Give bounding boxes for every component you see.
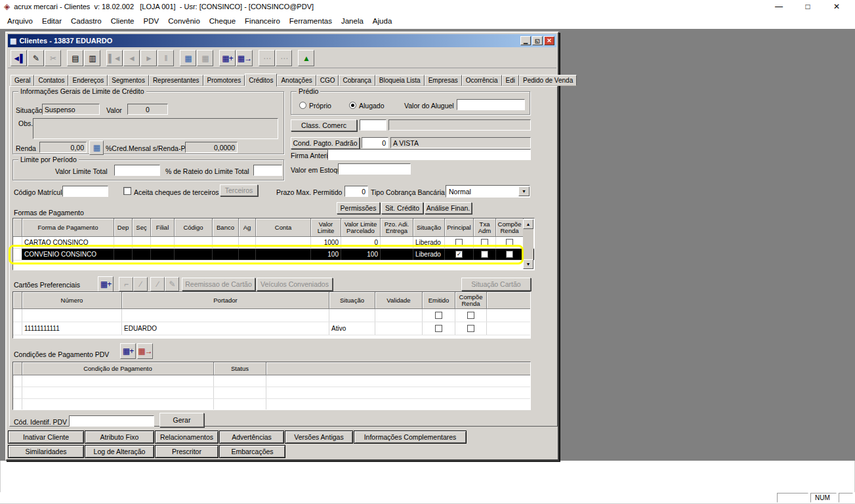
formas-header-pzo-adi-entrega[interactable]: Pzo. Adi. Entrega xyxy=(381,219,413,237)
menu-ajuda[interactable]: Ajuda xyxy=(368,14,396,28)
child-restore-button[interactable]: ◱ xyxy=(532,36,543,45)
cards-tool2-button[interactable]: ∕ xyxy=(133,277,148,291)
formas-header-banco[interactable]: Banco xyxy=(213,219,239,237)
tab-segmentos[interactable]: Segmentos xyxy=(108,75,149,86)
app-titlebar[interactable]: ◈ acrux mercari - Clientes v: 18.02.002 … xyxy=(0,0,855,13)
toolbar-upload-button[interactable]: ▲ xyxy=(298,50,314,66)
condicoes-empty-row[interactable] xyxy=(13,387,530,399)
analise-finan-button[interactable]: Análise Finan. xyxy=(425,202,472,214)
cartoes-header-numero[interactable]: Número xyxy=(22,292,122,309)
formas-header-forma[interactable]: Forma de Pagamento xyxy=(22,219,114,237)
permissoes-button[interactable]: Permissões xyxy=(337,202,380,214)
compoe-renda-checkbox[interactable] xyxy=(467,325,474,332)
class-comerc-desc-field[interactable] xyxy=(388,119,531,131)
tab-geral[interactable]: Geral xyxy=(10,75,34,86)
tab-contatos[interactable]: Contatos xyxy=(34,75,68,86)
principal-checkbox[interactable]: ✓ xyxy=(455,251,463,258)
scroll-up-button[interactable]: ▲ xyxy=(523,219,533,229)
cond-pagto-desc-field[interactable]: A VISTA xyxy=(390,137,531,148)
formas-header-sec[interactable]: Seç xyxy=(133,219,151,237)
menu-cliente[interactable]: Cliente xyxy=(106,14,139,28)
tab-edi[interactable]: Edi xyxy=(502,75,519,86)
menu-arquivo[interactable]: Arquivo xyxy=(3,14,37,28)
cards-tool3-button[interactable]: ∕ xyxy=(150,277,165,291)
tab-enderecos[interactable]: Endereços xyxy=(68,75,108,86)
condicoes-empty-row[interactable] xyxy=(13,399,530,410)
rateio-limite-field[interactable] xyxy=(253,165,282,176)
emitido-checkbox[interactable] xyxy=(435,325,442,332)
reemissao-cartao-button[interactable]: Reemissao de Cartão xyxy=(182,278,255,291)
formas-header-valor-limite[interactable]: Valor Limite xyxy=(311,219,341,237)
toolbar-insert-record-button[interactable]: ▦+ xyxy=(219,50,236,66)
menu-convenio[interactable]: Convênio xyxy=(163,14,205,28)
tab-cobranca[interactable]: Cobrança xyxy=(339,75,375,86)
txa-adm-checkbox[interactable] xyxy=(481,239,488,246)
gerar-button[interactable]: Gerar xyxy=(159,413,204,427)
toolbar-next-record-button[interactable]: ► xyxy=(140,50,157,66)
tab-bloqueia-lista[interactable]: Bloqueia Lista xyxy=(375,75,425,86)
app-minimize-button[interactable]: — xyxy=(764,0,793,13)
prescritor-button[interactable]: Prescritor xyxy=(155,445,219,458)
formas-header-ag[interactable]: Ag xyxy=(239,219,256,237)
menu-ferramentas[interactable]: Ferramentas xyxy=(285,14,337,28)
class-comerc-button[interactable]: Class. Comerc xyxy=(291,119,357,131)
obs-textarea[interactable] xyxy=(33,118,278,139)
codigo-matricula-field[interactable] xyxy=(62,186,108,197)
veiculos-conveniados-button[interactable]: Veículos Conveniados xyxy=(257,278,333,291)
pdv-add-button[interactable]: ▦+ xyxy=(120,343,136,359)
relacionamentos-button[interactable]: Relacionamentos xyxy=(155,430,219,444)
valor-limite-total-field[interactable] xyxy=(114,165,160,176)
cred-mensal-field[interactable]: 0,0000 xyxy=(185,142,238,153)
cond-pagto-button[interactable]: Cond. Pagto. Padrão xyxy=(291,137,360,149)
atributo-fixo-button[interactable]: Atributo Fixo xyxy=(85,430,154,444)
terceiros-button[interactable]: Terceiros xyxy=(220,184,258,196)
formas-header-conta[interactable]: Conta xyxy=(256,219,311,237)
condicoes-header-status[interactable]: Status xyxy=(214,362,266,375)
toolbar-post-record-button[interactable]: ▦→ xyxy=(236,50,253,66)
advertencias-button[interactable]: Advertências xyxy=(219,430,284,444)
scroll-down-button[interactable]: ▼ xyxy=(523,259,533,269)
informacoes-complementares-button[interactable]: Informações Complementares xyxy=(354,430,467,444)
tab-creditos[interactable]: Créditos xyxy=(245,74,277,87)
menu-janela[interactable]: Janela xyxy=(337,14,368,28)
tab-empresas[interactable]: Empresas xyxy=(425,75,462,86)
toolbar-prior-record-button[interactable]: ◄ xyxy=(123,50,140,66)
child-minimize-button[interactable]: ▁ xyxy=(520,36,531,45)
toolbar-grid-view-button[interactable]: ▦ xyxy=(180,50,196,66)
alugado-radio[interactable] xyxy=(349,102,356,109)
cards-add-button[interactable]: ▦+ xyxy=(98,276,114,292)
tab-pedido-de-venda[interactable]: Pedido de Venda xyxy=(519,75,577,86)
child-close-button[interactable]: ✕ xyxy=(544,36,554,45)
cartoes-row[interactable] xyxy=(13,309,530,322)
toolbar-filter-button[interactable]: ▦ xyxy=(197,50,213,66)
cartoes-header-validade[interactable]: Validade xyxy=(375,292,423,309)
compoe-renda-checkbox[interactable] xyxy=(506,251,513,258)
tipo-cobranca-select[interactable]: Normal ▼ xyxy=(446,185,530,198)
situacao-field[interactable]: Suspenso xyxy=(42,104,100,115)
menu-editar[interactable]: Editar xyxy=(37,14,66,28)
tab-cgo[interactable]: CGO xyxy=(316,75,339,86)
pdv-export-button[interactable]: ▦→ xyxy=(137,343,153,359)
cartoes-header-compoe-renda[interactable]: Compõe Renda xyxy=(455,292,487,309)
proprio-radio[interactable] xyxy=(299,102,306,109)
formas-header-dep[interactable]: Dep xyxy=(114,219,133,237)
formas-row-selected[interactable]: CONVENIO CONSINCO 100 100 Liberado ✓ xyxy=(13,249,534,261)
toolbar-print-preview-button[interactable]: ▤ xyxy=(67,50,83,66)
sit-credito-button[interactable]: Sit. Crédito xyxy=(381,202,423,214)
prazo-max-field[interactable]: 0 xyxy=(344,186,368,197)
valor-aluguel-field[interactable] xyxy=(457,99,525,110)
toolbar-edit-button[interactable]: ✎ xyxy=(28,50,44,66)
txa-adm-checkbox[interactable] xyxy=(481,251,488,258)
valor-estoque-field[interactable] xyxy=(338,163,411,175)
emitido-checkbox[interactable] xyxy=(435,312,442,319)
toolbar-extra2-button[interactable]: ⋯ xyxy=(276,50,292,66)
cartoes-header-situacao[interactable]: Situação xyxy=(329,292,375,309)
embarcacoes-button[interactable]: Embarcações xyxy=(219,445,285,458)
app-maximize-button[interactable]: □ xyxy=(793,0,822,13)
class-comerc-code-field[interactable] xyxy=(360,119,386,131)
tab-representantes[interactable]: Representantes xyxy=(149,75,203,86)
condicoes-header-condicao[interactable]: Condição de Pagamento xyxy=(22,362,214,375)
log-de-alteracao-button[interactable]: Log de Alteração xyxy=(85,445,154,458)
chevron-down-icon[interactable]: ▼ xyxy=(518,186,530,196)
formas-header-txa-adm[interactable]: Txa Adm xyxy=(474,219,496,237)
